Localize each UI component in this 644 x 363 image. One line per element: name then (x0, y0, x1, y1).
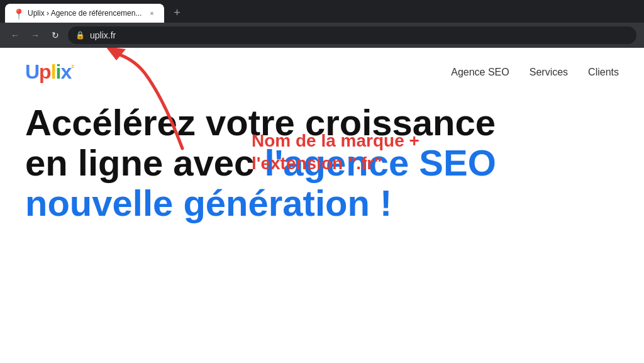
hero-line2-highlight: l'agence SEO (264, 142, 496, 183)
logo-letter-u: U (25, 60, 39, 83)
tab-close-button[interactable]: × (147, 8, 157, 18)
address-url: uplix.fr (90, 30, 116, 40)
logo-letter-x: x (60, 60, 71, 83)
tab-bar: 📍 Uplix › Agence de référencemen... × + (0, 0, 644, 23)
lock-icon: 🔒 (75, 31, 85, 40)
site-nav: Uplix² Agence SEO Services Clients (0, 48, 644, 96)
forward-button[interactable]: → (28, 28, 43, 43)
tab-title: Uplix › Agence de référencemen... (28, 9, 142, 18)
hero-line2: en ligne avec l'agence SEO (25, 143, 619, 183)
logo-letter-p: p (39, 60, 51, 83)
nav-link-services[interactable]: Services (530, 67, 568, 78)
logo-letter-l: l (51, 60, 56, 83)
address-bar[interactable]: 🔒 uplix.fr (68, 26, 636, 44)
tab-favicon: 📍 (13, 8, 23, 18)
new-tab-button[interactable]: + (168, 4, 186, 21)
logo-superscript: ² (71, 63, 74, 73)
active-tab[interactable]: 📍 Uplix › Agence de référencemen... × (5, 4, 164, 23)
hero-headline: Accélérez votre croissance en ligne avec… (25, 103, 619, 223)
logo[interactable]: Uplix² (25, 60, 74, 84)
website-content: Uplix² Agence SEO Services Clients Accél… (0, 48, 644, 363)
browser-chrome: 📍 Uplix › Agence de référencemen... × + … (0, 0, 644, 48)
hero-line2-plain: en ligne avec (25, 142, 264, 183)
hero-section: Accélérez votre croissance en ligne avec… (0, 96, 644, 223)
address-bar-row: ← → ↻ 🔒 uplix.fr (0, 23, 644, 48)
hero-line1: Accélérez votre croissance (25, 103, 619, 143)
nav-link-clients[interactable]: Clients (588, 67, 619, 78)
nav-links: Agence SEO Services Clients (451, 67, 619, 78)
hero-line3: nouvelle génération ! (25, 183, 619, 223)
nav-link-agence-seo[interactable]: Agence SEO (451, 67, 509, 78)
back-button[interactable]: ← (8, 28, 23, 43)
reload-button[interactable]: ↻ (48, 28, 63, 43)
